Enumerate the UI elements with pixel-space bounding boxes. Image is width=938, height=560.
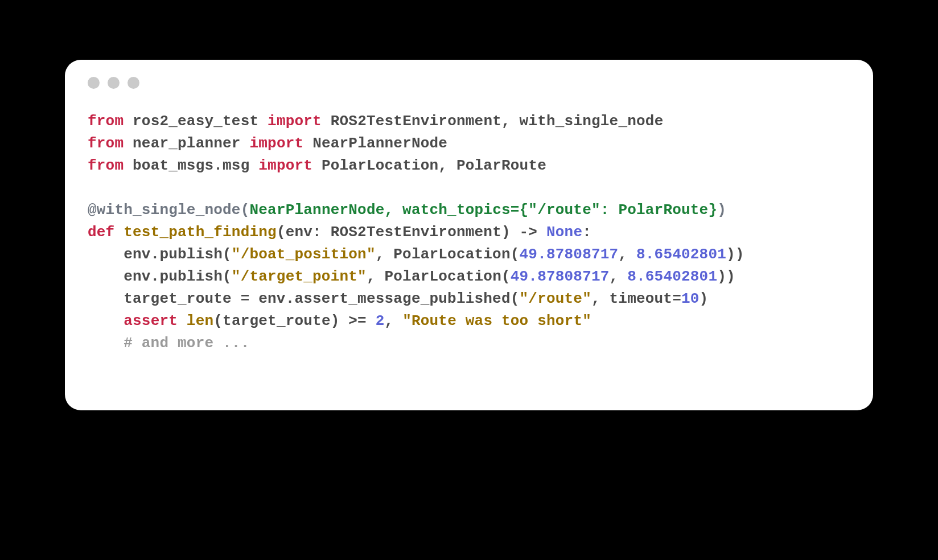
module: boat_msgs.msg — [133, 157, 249, 174]
string: "Route was too short" — [402, 312, 591, 330]
none-literal: None — [546, 224, 582, 241]
number: 10 — [681, 290, 700, 307]
decorator-arg: NearPlannerNode, watch_topics={ — [249, 201, 528, 219]
number: 49.87808717 — [511, 268, 610, 285]
kw-from: from — [88, 113, 124, 130]
window-controls — [88, 77, 850, 89]
comment: # and more ... — [88, 335, 249, 352]
module: near_planner — [133, 135, 241, 152]
kw-from: from — [88, 135, 124, 152]
kw-import: import — [258, 157, 312, 174]
string: "/route" — [528, 201, 600, 219]
module: ros2_easy_test — [133, 113, 258, 130]
number: 49.87808717 — [520, 246, 619, 263]
import-names: PolarLocation, PolarRoute — [322, 157, 546, 174]
import-names: NearPlannerNode — [312, 135, 447, 152]
builtin-len: len — [187, 312, 213, 330]
kw-def: def — [88, 224, 114, 241]
number: 8.65402801 — [636, 246, 726, 263]
kw-import: import — [249, 135, 303, 152]
signature: (env: ROS2TestEnvironment) -> — [277, 224, 546, 241]
code-window: from ros2_easy_test import ROS2TestEnvir… — [65, 60, 873, 410]
kw-assert: assert — [124, 312, 178, 330]
string: "/boat_position" — [232, 246, 376, 263]
close-icon — [88, 77, 100, 89]
kw-from: from — [88, 157, 124, 174]
number: 8.65402801 — [627, 268, 717, 285]
zoom-icon — [127, 77, 139, 89]
string: "/route" — [520, 290, 591, 307]
number: 2 — [376, 312, 385, 330]
code-block: from ros2_easy_test import ROS2TestEnvir… — [88, 110, 850, 355]
import-names: ROS2TestEnvironment, with_single_node — [331, 113, 664, 130]
func-name: test_path_finding — [124, 224, 277, 241]
decorator-at: @with_single_node — [88, 201, 241, 219]
minimize-icon — [108, 77, 120, 89]
string: "/target_point" — [232, 268, 367, 285]
kw-import: import — [268, 113, 322, 130]
